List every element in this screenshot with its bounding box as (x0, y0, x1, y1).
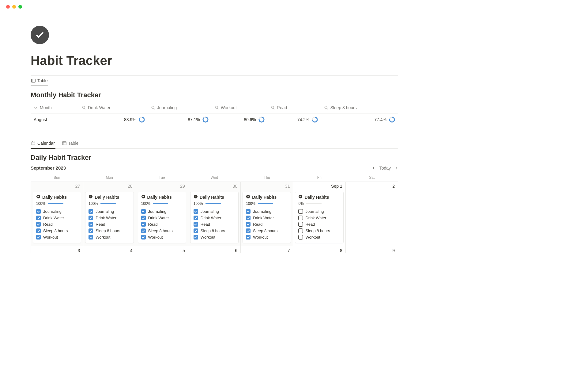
date-number: 3 (77, 248, 80, 253)
checkbox-unchecked-icon[interactable] (298, 216, 303, 220)
checkbox-checked-icon[interactable] (246, 235, 251, 240)
calendar-cell[interactable]: 4 (83, 246, 136, 253)
habit-label: Drink Water (253, 216, 274, 220)
checkbox-checked-icon[interactable] (141, 228, 146, 233)
calendar-cell[interactable]: 7 (241, 246, 293, 253)
svg-rect-24 (32, 142, 35, 145)
checkbox-checked-icon[interactable] (194, 228, 198, 233)
monthly-table: AaMonth Drink Water Journaling Workout R… (31, 103, 398, 126)
progress-pct: 100% (246, 201, 255, 206)
col-workout[interactable]: Workout (212, 103, 268, 113)
checkbox-checked-icon[interactable] (246, 216, 251, 220)
progress-row: 100% (246, 201, 288, 206)
col-sleep[interactable]: Sleep 8 hours (321, 103, 398, 113)
checkmark-badge-icon (246, 194, 250, 200)
calendar-cell[interactable]: 3 (31, 246, 83, 253)
checkbox-checked-icon[interactable] (194, 222, 198, 227)
minimize-window-button[interactable] (12, 5, 16, 9)
daily-habit-card[interactable]: Daily Habits 100% JournalingDrink WaterR… (243, 192, 291, 243)
checkbox-checked-icon[interactable] (89, 222, 93, 227)
checkbox-checked-icon[interactable] (36, 222, 41, 227)
checkbox-checked-icon[interactable] (89, 209, 93, 214)
chevron-left-icon[interactable] (372, 167, 375, 170)
checkbox-unchecked-icon[interactable] (298, 235, 303, 240)
checkbox-checked-icon[interactable] (194, 216, 198, 220)
checkbox-checked-icon[interactable] (141, 222, 146, 227)
checkmark-badge-icon (89, 194, 93, 200)
today-button[interactable]: Today (379, 166, 391, 171)
daily-habit-card[interactable]: Daily Habits 100% JournalingDrink WaterR… (33, 192, 81, 243)
checkbox-checked-icon[interactable] (141, 235, 146, 240)
checkbox-checked-icon[interactable] (89, 228, 93, 233)
checkbox-checked-icon[interactable] (36, 235, 41, 240)
daily-habit-card[interactable]: Daily Habits 0% JournalingDrink WaterRea… (295, 192, 343, 243)
tab-table-monthly[interactable]: Table (31, 76, 48, 86)
habit-card-title: Daily Habits (42, 195, 67, 200)
maximize-window-button[interactable] (18, 5, 22, 9)
col-month[interactable]: AaMonth (31, 103, 79, 113)
calendar-cell[interactable]: 27 Daily Habits 100% JournalingDrink Wat… (31, 182, 83, 246)
search-icon (215, 105, 219, 110)
calendar-cell[interactable]: 28 Daily Habits 100% JournalingDrink Wat… (83, 182, 136, 246)
checkbox-checked-icon[interactable] (89, 216, 93, 220)
checkbox-checked-icon[interactable] (141, 216, 146, 220)
checkbox-checked-icon[interactable] (141, 209, 146, 214)
svg-point-17 (203, 117, 208, 122)
col-read[interactable]: Read (268, 103, 321, 113)
checkmark-badge-icon (194, 194, 198, 200)
tab-label: Table (68, 141, 78, 146)
close-window-button[interactable] (6, 5, 10, 9)
date-number: 31 (285, 184, 290, 189)
daily-habit-card[interactable]: Daily Habits 100% JournalingDrink WaterR… (138, 192, 186, 243)
habit-card-title: Daily Habits (252, 195, 277, 200)
habit-label: Journaling (43, 209, 62, 214)
habit-item: Journaling (141, 208, 183, 215)
calendar-cell[interactable]: 31 Daily Habits 100% JournalingDrink Wat… (241, 182, 293, 246)
checkbox-checked-icon[interactable] (89, 235, 93, 240)
read-cell: 74.2% (268, 113, 321, 126)
page-icon-checkmark (31, 26, 49, 44)
pct-value: 87.1% (188, 117, 200, 122)
checkbox-checked-icon[interactable] (246, 222, 251, 227)
calendar-cell[interactable]: 5 (136, 246, 188, 253)
table-row[interactable]: August 83.9% 87.1% 80.6% 74.2% 77.4% (31, 113, 398, 126)
checkbox-checked-icon[interactable] (246, 228, 251, 233)
checkbox-checked-icon[interactable] (246, 209, 251, 214)
calendar-cell[interactable]: 8 (293, 246, 345, 253)
daily-habit-card[interactable]: Daily Habits 100% JournalingDrink WaterR… (190, 192, 239, 243)
checkbox-checked-icon[interactable] (36, 209, 41, 214)
tab-calendar-daily[interactable]: Calendar (31, 138, 55, 149)
checkbox-unchecked-icon[interactable] (298, 209, 303, 214)
checkbox-unchecked-icon[interactable] (298, 228, 303, 233)
calendar-cell[interactable]: Sep 1 Daily Habits 0% JournalingDrink Wa… (293, 182, 345, 246)
checkbox-checked-icon[interactable] (36, 216, 41, 220)
habit-label: Sleep 8 hours (253, 228, 277, 233)
date-number: 28 (128, 184, 133, 189)
checkbox-checked-icon[interactable] (36, 228, 41, 233)
habit-label: Workout (43, 235, 58, 240)
habit-card-title: Daily Habits (304, 195, 329, 200)
calendar-cell[interactable]: 6 (188, 246, 241, 253)
col-journaling[interactable]: Journaling (148, 103, 212, 113)
tab-table-daily[interactable]: Table (62, 138, 79, 149)
weekday-label: Wed (188, 174, 240, 182)
calendar-cell[interactable]: 30 Daily Habits 100% JournalingDrink Wat… (188, 182, 241, 246)
checkbox-unchecked-icon[interactable] (298, 222, 303, 227)
calendar-cell[interactable]: 2 (346, 182, 398, 246)
date-number: 6 (235, 248, 237, 253)
page-title: Habit Tracker (31, 53, 398, 68)
checkbox-checked-icon[interactable] (194, 235, 198, 240)
col-label: Journaling (157, 105, 177, 110)
col-label: Month (40, 105, 52, 110)
search-icon (324, 105, 328, 110)
habit-label: Read (43, 222, 53, 227)
pct-value: 74.2% (297, 117, 310, 122)
daily-habit-card[interactable]: Daily Habits 100% JournalingDrink WaterR… (85, 192, 134, 243)
date-number: 29 (180, 184, 185, 189)
col-drink-water[interactable]: Drink Water (79, 103, 148, 113)
calendar-cell[interactable]: 9 (346, 246, 398, 253)
checkbox-checked-icon[interactable] (194, 209, 198, 214)
calendar-cell[interactable]: 29 Daily Habits 100% JournalingDrink Wat… (136, 182, 188, 246)
chevron-right-icon[interactable] (395, 167, 398, 170)
habit-item: Journaling (246, 208, 288, 215)
